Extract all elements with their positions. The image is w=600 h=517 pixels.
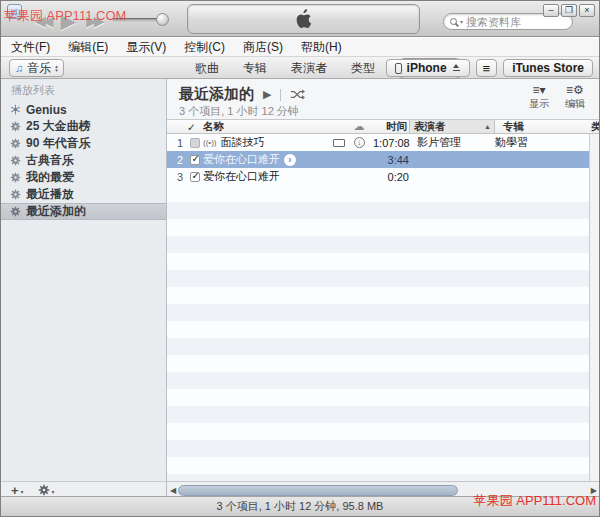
sidebar-item-label: 最近添加的	[26, 203, 86, 220]
sidebar-section-label: 播放列表	[1, 79, 166, 101]
column-header-genre[interactable]: 类	[591, 120, 600, 133]
menu-controls[interactable]: 控制(C)	[184, 39, 225, 56]
track-time: 1:07:08	[373, 137, 409, 149]
sidebar-item-genius[interactable]: Genius	[1, 101, 166, 118]
tv-show-icon	[333, 139, 345, 147]
cloud-icon[interactable]: ☁	[345, 120, 373, 133]
updown-arrows-icon: ▴▾	[55, 64, 58, 72]
track-time: 0:20	[373, 171, 409, 183]
tab-genres[interactable]: 类型	[347, 59, 379, 78]
menu-file[interactable]: 文件(F)	[11, 39, 50, 56]
minimize-button[interactable]: –	[543, 4, 559, 17]
status-summary: 3 个项目, 1 小时 12 分钟, 95.8 MB	[217, 499, 384, 514]
menu-store[interactable]: 商店(S)	[243, 39, 283, 56]
sidebar-item-90s-music[interactable]: 90 年代音乐	[1, 135, 166, 152]
gear-icon	[38, 484, 50, 496]
toolbar-right-group: iPhone ≡ iTunes Store	[386, 59, 593, 77]
chevron-down-icon: ▾	[21, 488, 24, 496]
playlist-actions-button[interactable]: ▾	[38, 484, 55, 496]
gear-icon	[10, 189, 21, 200]
track-list: 1 ((•)) 面談技巧 ↓ 1:07:08 影片管理 勤學習 2	[167, 134, 589, 185]
track-name: 爱你在心口难开	[203, 169, 280, 184]
gear-icon	[10, 138, 21, 149]
library-selector[interactable]: ♫ 音乐 ▴▾	[9, 59, 64, 77]
window-controls: – ❐ ×	[543, 4, 595, 17]
column-header-check[interactable]: ✓	[187, 120, 196, 133]
iphone-icon	[395, 63, 402, 74]
play-playlist-button[interactable]: ▶	[263, 88, 271, 101]
tab-artists[interactable]: 表演者	[287, 59, 331, 78]
column-header-album[interactable]: 专辑	[499, 120, 524, 133]
itunes-store-button[interactable]: iTunes Store	[503, 59, 593, 77]
chevron-down-icon: ▾	[52, 488, 55, 496]
toolbar: ♫ 音乐 ▴▾ 歌曲 专辑 表演者 类型 播放列表 iPhone ≡ iTune…	[1, 57, 599, 79]
search-input[interactable]	[466, 16, 566, 28]
shuffle-icon[interactable]	[290, 89, 305, 100]
cloud-download-icon[interactable]: ↓	[354, 137, 365, 148]
sidebar-item-classical[interactable]: 古典音乐	[1, 152, 166, 169]
track-number: 3	[167, 171, 187, 183]
sidebar-item-label: 古典音乐	[26, 152, 74, 169]
track-number: 2	[167, 154, 187, 166]
menu-help[interactable]: 帮助(H)	[301, 39, 342, 56]
sidebar-item-favorites[interactable]: 我的最爱	[1, 169, 166, 186]
sidebar-item-top25[interactable]: 25 大金曲榜	[1, 118, 166, 135]
table-header: ✓ 名称 ☁ 时间 表演者 ▲ 专辑 类	[167, 119, 599, 134]
track-time: 3:44	[373, 154, 409, 166]
add-playlist-button[interactable]: + ▾	[11, 485, 24, 496]
playlist-title: 最近添加的	[179, 85, 254, 104]
sidebar-menu-button[interactable]: ≡	[476, 59, 498, 77]
gear-icon	[10, 206, 21, 217]
volume-knob[interactable]	[156, 13, 169, 26]
menu-view[interactable]: 显示(V)	[126, 39, 166, 56]
device-button[interactable]: iPhone	[386, 59, 470, 77]
list-chevron-icon: ≡▾	[532, 84, 545, 96]
device-button-label: iPhone	[407, 61, 447, 75]
column-header-time[interactable]: 时间	[371, 120, 407, 133]
gear-icon	[10, 121, 21, 132]
edit-playlist-label: 编辑	[565, 97, 585, 111]
track-name: 爱你在心口难开	[203, 152, 280, 167]
broadcast-icon: ((•))	[203, 138, 216, 147]
body-area: 播放列表 Genius 25 大金曲榜	[1, 79, 599, 498]
horizontal-scrollbar-thumb[interactable]	[178, 485, 458, 496]
gear-icon	[10, 155, 21, 166]
sort-ascending-icon: ▲	[484, 123, 491, 130]
edit-playlist-button[interactable]: ≡⚙ 编辑	[565, 84, 585, 111]
column-header-name[interactable]: 名称	[203, 120, 224, 133]
scroll-left-arrow[interactable]: ◀	[170, 486, 176, 495]
lcd-display	[187, 4, 420, 34]
itunes-window: ♫ ◀◀ ▶ ▶▶ ▾ – ❐ × 苹果园 APP111.COM 文件(F) 编…	[0, 0, 600, 517]
playlist-header: 最近添加的 ▶ 3 个项目, 1 小时 12 分钟 ≡▾ 显示	[167, 79, 599, 119]
maximize-button[interactable]: ❐	[561, 4, 577, 17]
table-row[interactable]: 2 爱你在心口难开 › 3:44	[167, 151, 589, 168]
genius-icon	[10, 104, 21, 115]
menu-edit[interactable]: 编辑(E)	[68, 39, 108, 56]
apple-logo-icon	[294, 8, 314, 30]
column-header-artist[interactable]: 表演者 ▲	[409, 120, 495, 133]
close-button[interactable]: ×	[579, 4, 595, 17]
track-checkbox[interactable]	[190, 172, 200, 182]
track-detail-arrow-icon[interactable]: ›	[284, 154, 296, 166]
divider	[280, 89, 281, 101]
track-album: 勤學習	[491, 135, 583, 150]
menu-bar: 文件(F) 编辑(E) 显示(V) 控制(C) 商店(S) 帮助(H)	[1, 38, 599, 57]
sidebar-item-label: 90 年代音乐	[26, 135, 91, 152]
sidebar-item-recently-added[interactable]: 最近添加的	[1, 203, 166, 220]
itunes-store-label: iTunes Store	[512, 61, 584, 75]
track-name: 面談技巧	[220, 135, 264, 150]
vertical-scrollbar[interactable]	[589, 134, 599, 481]
tab-songs[interactable]: 歌曲	[191, 59, 223, 78]
table-row[interactable]: 1 ((•)) 面談技巧 ↓ 1:07:08 影片管理 勤學習	[167, 134, 589, 151]
gear-icon	[10, 172, 21, 183]
tab-albums[interactable]: 专辑	[239, 59, 271, 78]
sidebar-item-label: 25 大金曲榜	[26, 118, 91, 135]
sidebar-item-recently-played[interactable]: 最近播放	[1, 186, 166, 203]
eject-icon[interactable]	[452, 64, 461, 73]
view-options-button[interactable]: ≡▾ 显示	[529, 84, 549, 111]
track-checkbox[interactable]	[190, 155, 200, 165]
table-row[interactable]: 3 爱你在心口难开 0:20	[167, 168, 589, 185]
track-checkbox[interactable]	[190, 138, 200, 148]
library-selector-label: 音乐	[27, 60, 51, 77]
main-content: 最近添加的 ▶ 3 个项目, 1 小时 12 分钟 ≡▾ 显示	[167, 79, 599, 498]
